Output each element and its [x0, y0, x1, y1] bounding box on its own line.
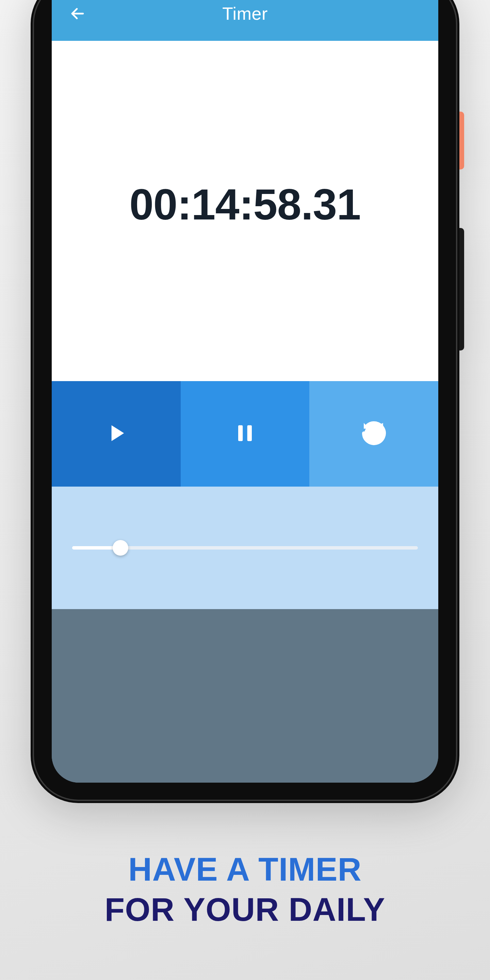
app-bar: Timer [52, 0, 438, 41]
volume-button [460, 228, 464, 350]
svg-rect-1 [238, 425, 243, 441]
play-button[interactable] [52, 381, 181, 487]
slider-panel [52, 487, 438, 609]
pause-button[interactable] [181, 381, 310, 487]
progress-slider[interactable] [72, 540, 418, 556]
caption-line-1: HAVE A TIMER [105, 851, 385, 888]
phone-mockup: Timer 00:14:58.31 [30, 0, 460, 803]
page-title: Timer [86, 3, 404, 24]
caption-line-2: FOR YOUR DAILY [105, 891, 385, 928]
reset-icon [360, 420, 388, 448]
controls-row [52, 381, 438, 487]
timer-value: 00:14:58.31 [129, 179, 360, 229]
timer-display: 00:14:58.31 [52, 41, 438, 381]
back-icon[interactable] [69, 5, 86, 22]
empty-area [52, 609, 438, 783]
slider-thumb[interactable] [113, 540, 128, 556]
power-button [460, 111, 464, 169]
phone-screen: Timer 00:14:58.31 [52, 0, 438, 783]
marketing-caption: HAVE A TIMER FOR YOUR DAILY [105, 851, 385, 928]
pause-icon [231, 420, 259, 448]
svg-rect-2 [247, 425, 252, 441]
play-icon [102, 420, 130, 448]
reset-button[interactable] [309, 381, 438, 487]
